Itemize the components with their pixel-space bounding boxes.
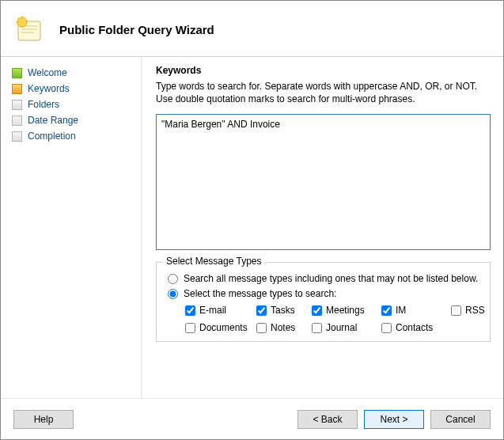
wizard-footer: Help < Back Next > Cancel	[1, 398, 503, 439]
checkbox-label: Tasks	[271, 305, 295, 316]
message-types-legend: Select Message Types	[163, 256, 265, 267]
checkbox-label: Contacts	[396, 322, 433, 333]
checkbox-tasks-input[interactable]	[256, 305, 267, 316]
sidebar-item-date-range[interactable]: Date Range	[12, 112, 135, 128]
message-types-group: Select Message Types Search all message …	[156, 262, 491, 342]
checkbox-notes-input[interactable]	[256, 323, 267, 333]
sidebar-item-label: Welcome	[28, 67, 67, 78]
checkbox-contacts-input[interactable]	[381, 323, 392, 333]
sidebar-item-label: Date Range	[28, 115, 78, 126]
sidebar-item-label: Completion	[28, 131, 76, 142]
checkbox-notes[interactable]: Notes	[256, 322, 312, 333]
svg-line-7	[17, 17, 19, 19]
step-pending-icon	[12, 131, 22, 142]
checkbox-documents[interactable]: Documents	[185, 322, 256, 333]
radio-select-types[interactable]: Select the message types to search:	[166, 288, 480, 299]
sidebar-item-label: Folders	[28, 99, 59, 110]
section-instructions: Type words to search for. Separate words…	[156, 80, 491, 105]
checkbox-rss[interactable]: RSS	[451, 305, 498, 316]
sidebar-item-welcome[interactable]: Welcome	[12, 65, 135, 81]
sidebar-item-label: Keywords	[28, 83, 70, 94]
checkbox-im[interactable]: IM	[381, 305, 451, 316]
next-button[interactable]: Next >	[364, 410, 424, 429]
checkbox-email-input[interactable]	[185, 305, 195, 316]
checkbox-label: IM	[396, 305, 406, 316]
cancel-button[interactable]: Cancel	[430, 410, 491, 429]
step-active-icon	[12, 84, 22, 94]
wizard-icon	[12, 12, 47, 47]
wizard-header: Public Folder Query Wizard	[1, 1, 503, 56]
checkbox-label: Journal	[326, 322, 357, 333]
checkbox-documents-input[interactable]	[185, 323, 195, 333]
wizard-title: Public Folder Query Wizard	[59, 23, 214, 36]
sidebar-item-keywords[interactable]: Keywords	[12, 81, 135, 97]
checkbox-label: Documents	[199, 322, 248, 333]
checkbox-email[interactable]: E-mail	[185, 305, 256, 316]
keywords-input[interactable]	[156, 114, 491, 250]
sidebar-item-completion[interactable]: Completion	[12, 128, 135, 144]
radio-label: Search all message types including ones …	[184, 273, 478, 284]
checkbox-journal[interactable]: Journal	[312, 322, 381, 333]
checkbox-journal-input[interactable]	[312, 323, 322, 333]
checkbox-label: E-mail	[199, 305, 226, 316]
checkbox-label: RSS	[465, 305, 485, 316]
radio-search-all-input[interactable]	[168, 274, 178, 284]
back-button[interactable]: < Back	[297, 410, 358, 429]
wizard-main: Keywords Type words to search for. Separ…	[142, 57, 503, 398]
step-done-icon	[12, 68, 22, 78]
radio-search-all[interactable]: Search all message types including ones …	[166, 273, 480, 284]
wizard-sidebar: Welcome Keywords Folders Date Range Comp…	[1, 57, 142, 398]
checkbox-im-input[interactable]	[381, 305, 392, 316]
checkbox-label: Notes	[271, 322, 295, 333]
radio-select-types-input[interactable]	[168, 289, 178, 299]
wizard-body: Welcome Keywords Folders Date Range Comp…	[1, 57, 503, 398]
sidebar-item-folders[interactable]: Folders	[12, 97, 135, 112]
help-button[interactable]: Help	[13, 410, 74, 429]
checkbox-meetings[interactable]: Meetings	[312, 305, 381, 316]
section-heading: Keywords	[156, 65, 491, 76]
wizard-window: Public Folder Query Wizard Welcome Keywo…	[0, 0, 504, 440]
checkbox-tasks[interactable]: Tasks	[256, 305, 312, 316]
checkbox-label: Meetings	[326, 305, 365, 316]
step-pending-icon	[12, 100, 22, 110]
checkbox-meetings-input[interactable]	[312, 305, 322, 316]
checkbox-rss-input[interactable]	[451, 305, 461, 316]
step-pending-icon	[12, 116, 22, 126]
checkbox-contacts[interactable]: Contacts	[381, 322, 451, 333]
svg-point-4	[17, 17, 27, 27]
radio-label: Select the message types to search:	[184, 288, 336, 299]
message-types-grid: E-mail Tasks Meetings IM	[185, 305, 480, 333]
